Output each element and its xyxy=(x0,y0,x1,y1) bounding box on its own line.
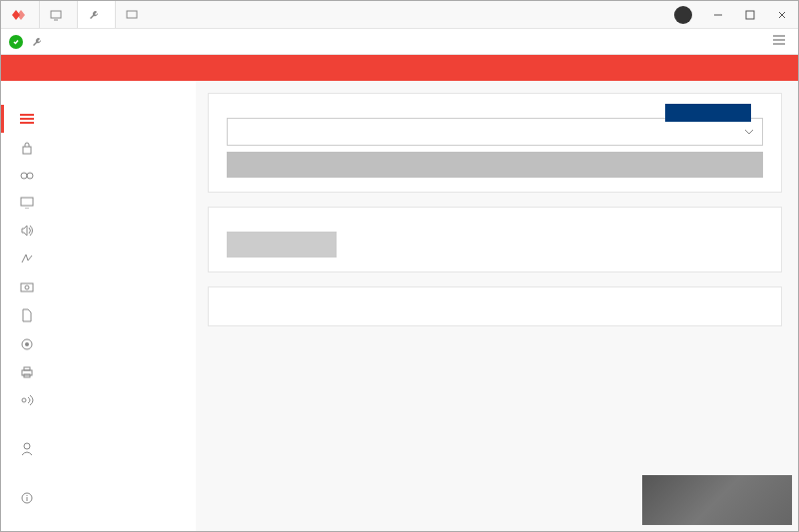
sidebar-item-capture[interactable] xyxy=(1,272,196,300)
highlight-tag xyxy=(665,104,751,122)
sidebar-item-filetransfer[interactable] xyxy=(1,300,196,330)
restart-button[interactable] xyxy=(227,152,763,178)
monitor-icon xyxy=(50,9,62,21)
svg-rect-4 xyxy=(20,118,34,120)
sidebar-item-security[interactable] xyxy=(1,133,196,163)
connection-icon xyxy=(19,253,35,265)
record-icon xyxy=(19,338,35,350)
maximize-button[interactable] xyxy=(734,1,766,29)
svg-point-18 xyxy=(24,443,30,449)
svg-point-13 xyxy=(25,342,29,346)
misc-section xyxy=(208,286,782,326)
alias-section xyxy=(208,207,782,272)
capture-icon xyxy=(19,280,35,292)
file-icon xyxy=(19,308,35,322)
minimize-button[interactable] xyxy=(702,1,734,29)
status-indicator xyxy=(9,35,23,49)
svg-point-11 xyxy=(25,285,29,289)
privacy-icon xyxy=(19,171,35,181)
chevron-down-icon xyxy=(744,129,754,135)
sidebar-item-audio[interactable] xyxy=(1,217,196,245)
account-icon xyxy=(19,442,35,456)
svg-rect-15 xyxy=(24,367,30,370)
sidebar-item-wol[interactable] xyxy=(1,386,196,414)
audio-icon xyxy=(19,225,35,237)
svg-point-8 xyxy=(27,173,33,179)
wrench-icon xyxy=(31,36,43,48)
wrench-icon xyxy=(88,9,100,21)
svg-rect-10 xyxy=(21,283,33,291)
sidebar-item-account[interactable] xyxy=(1,434,196,464)
tab-new[interactable] xyxy=(115,1,148,28)
wol-icon xyxy=(19,394,35,406)
sidebar-item-record[interactable] xyxy=(1,330,196,358)
printer-icon xyxy=(19,366,35,378)
choose-alias-button[interactable] xyxy=(227,232,337,258)
app-logo xyxy=(1,6,39,24)
menu-button[interactable] xyxy=(768,30,790,53)
svg-point-7 xyxy=(21,173,27,179)
license-banner xyxy=(1,55,798,81)
info-icon xyxy=(19,492,35,504)
svg-point-17 xyxy=(22,398,26,402)
svg-rect-3 xyxy=(20,114,34,116)
svg-rect-2 xyxy=(746,11,754,19)
language-select[interactable] xyxy=(227,118,763,146)
tab-new-connection[interactable] xyxy=(39,1,77,28)
monitor-plus-icon xyxy=(126,9,138,21)
tab-settings[interactable] xyxy=(77,1,115,28)
svg-rect-9 xyxy=(21,198,33,206)
svg-rect-5 xyxy=(20,122,34,124)
sidebar-title xyxy=(1,95,196,105)
sidebar-item-display[interactable] xyxy=(1,189,196,217)
svg-rect-1 xyxy=(127,11,137,18)
ui-icon xyxy=(19,113,35,125)
close-button[interactable] xyxy=(766,1,798,29)
sidebar-item-privacy[interactable] xyxy=(1,163,196,189)
sidebar-item-about[interactable] xyxy=(1,484,196,512)
svg-rect-6 xyxy=(23,147,31,154)
sidebar-item-connection[interactable] xyxy=(1,245,196,272)
user-avatar[interactable] xyxy=(674,6,692,24)
sidebar-item-printer[interactable] xyxy=(1,358,196,386)
display-icon xyxy=(19,197,35,209)
preview-thumbnail xyxy=(642,475,792,525)
sidebar-item-ui[interactable] xyxy=(1,105,196,133)
lock-icon xyxy=(19,141,35,155)
language-section xyxy=(208,93,782,193)
svg-rect-0 xyxy=(51,11,61,18)
